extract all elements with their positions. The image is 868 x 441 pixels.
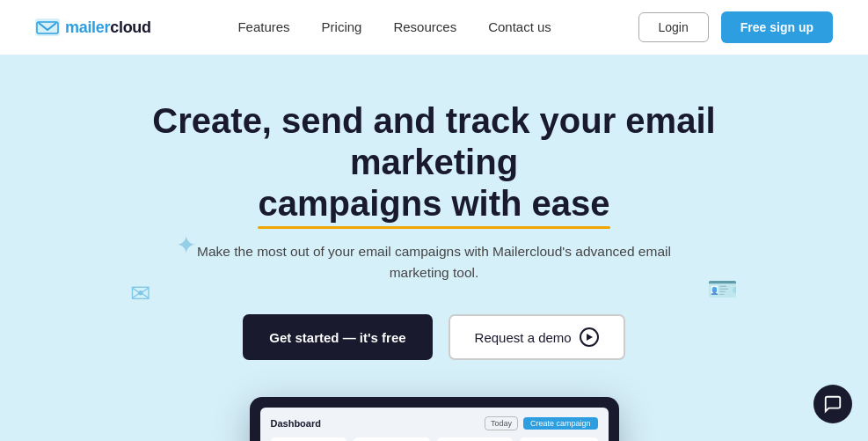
dashboard-title: Dashboard — [271, 418, 321, 429]
nav-links: Features Pricing Resources Contact us — [237, 19, 551, 35]
signup-button[interactable]: Free sign up — [721, 11, 833, 43]
logo-icon — [35, 18, 60, 36]
dashboard-controls: Today Create campaign — [485, 416, 598, 430]
laptop-mockup: Dashboard Today Create campaign ✉ Sent 9… — [35, 397, 833, 441]
hero-section: Create, send and track your email market… — [0, 55, 868, 441]
chat-bubble-icon — [823, 394, 842, 414]
laptop-frame: Dashboard Today Create campaign ✉ Sent 9… — [250, 397, 619, 441]
nav-link-contact[interactable]: Contact us — [488, 19, 551, 34]
get-started-button[interactable]: Get started — it's free — [243, 314, 432, 360]
nav-item-pricing[interactable]: Pricing — [322, 19, 362, 35]
stat-opens: ◎ Opens 1.01M ... — [354, 437, 430, 441]
create-campaign-button[interactable]: Create campaign — [523, 417, 598, 430]
hero-headline-highlight: campaigns with ease — [258, 183, 609, 224]
today-label[interactable]: Today — [485, 416, 518, 430]
hero-buttons: Get started — it's free Request a demo — [35, 314, 833, 360]
stat-unsubscribe: ✗ Unsubscribe 0 ... — [520, 437, 597, 441]
logo-text: mailercloud — [65, 18, 151, 37]
hero-headline: Create, send and track your email market… — [118, 100, 751, 225]
nav-link-pricing[interactable]: Pricing — [322, 19, 362, 34]
nav-item-features[interactable]: Features — [237, 19, 289, 35]
nav-actions: Login Free sign up — [638, 11, 834, 43]
stat-clicks: ↗ Clicks 20,165 ... — [437, 437, 514, 441]
nav-item-contact[interactable]: Contact us — [488, 19, 551, 35]
hero-subtext: Make the most out of your email campaign… — [197, 241, 672, 285]
logo[interactable]: mailercloud — [35, 18, 151, 37]
stat-sent: ✉ Sent 9.99M Last ... — [271, 437, 347, 441]
nav-item-resources[interactable]: Resources — [393, 19, 456, 35]
nav-link-features[interactable]: Features — [237, 19, 289, 34]
login-button[interactable]: Login — [638, 12, 709, 42]
laptop-screen: Dashboard Today Create campaign ✉ Sent 9… — [260, 408, 609, 441]
envelope-decoration: ✉ — [130, 279, 150, 308]
nav-link-resources[interactable]: Resources — [393, 19, 456, 34]
navbar: mailercloud Features Pricing Resources C… — [0, 0, 868, 55]
request-demo-button[interactable]: Request a demo — [449, 314, 625, 360]
chat-bubble-button[interactable] — [813, 385, 852, 423]
dashboard-stats: ✉ Sent 9.99M Last ... ◎ Opens 1.01M — [271, 437, 598, 441]
card-decoration: 🪪 — [707, 275, 738, 304]
play-icon — [580, 327, 599, 347]
request-demo-label: Request a demo — [475, 330, 572, 345]
star-decoration: ✦ — [176, 231, 196, 260]
